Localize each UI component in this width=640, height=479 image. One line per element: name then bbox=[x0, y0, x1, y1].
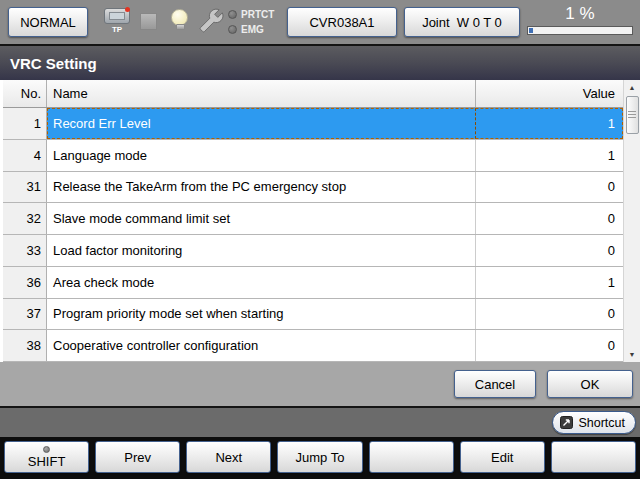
cell-value: 0 bbox=[475, 299, 623, 330]
table-row[interactable]: 33 Load factor monitoring 0 bbox=[3, 235, 623, 267]
row-cells: Slave mode command limit set 0 bbox=[47, 203, 623, 234]
table-row[interactable]: 31 Release the TakeArm from the PC emerg… bbox=[3, 172, 623, 204]
header-value: Value bbox=[475, 80, 623, 107]
header-no: No. bbox=[3, 80, 47, 107]
cell-value: 0 bbox=[475, 235, 623, 266]
cell-no: 4 bbox=[3, 140, 47, 171]
scrollbar-thumb[interactable] bbox=[626, 96, 639, 134]
shortcut-label: Shortcut bbox=[578, 416, 625, 430]
title-bar: VRC Setting bbox=[0, 46, 640, 80]
scrollbar-thumb-grip bbox=[628, 111, 636, 119]
teach-pendant-led bbox=[125, 7, 130, 12]
cell-no: 33 bbox=[3, 235, 47, 266]
function-key-empty-2[interactable] bbox=[551, 441, 636, 473]
shortcut-bar: Shortcut bbox=[0, 408, 640, 437]
emg-label: EMG bbox=[241, 24, 264, 35]
mode-button[interactable]: NORMAL bbox=[8, 7, 88, 37]
lamp-icon bbox=[171, 9, 189, 30]
cell-name: Release the TakeArm from the PC emergenc… bbox=[47, 172, 475, 203]
scroll-up-button[interactable]: ▲ bbox=[624, 80, 640, 95]
row-cells: Area check mode 1 bbox=[47, 267, 623, 298]
stop-square-icon bbox=[140, 13, 157, 30]
row-cells: Load factor monitoring 0 bbox=[47, 235, 623, 266]
table-row[interactable]: 32 Slave mode command limit set 0 bbox=[3, 203, 623, 235]
prtct-label: PRTCT bbox=[241, 9, 274, 20]
cell-value: 1 bbox=[475, 140, 623, 171]
prev-button[interactable]: Prev bbox=[95, 441, 180, 473]
function-key-bar: SHIFT Prev Next Jump To Edit bbox=[0, 437, 640, 479]
cell-name: Slave mode command limit set bbox=[47, 203, 475, 234]
row-cells: Language mode 1 bbox=[47, 140, 623, 171]
ok-button[interactable]: OK bbox=[547, 370, 633, 398]
cell-name: Language mode bbox=[47, 140, 475, 171]
scroll-down-button[interactable]: ▼ bbox=[624, 347, 640, 362]
settings-table-area: No. Name Value 1 Record Err Level 1 4 La… bbox=[0, 80, 640, 362]
cell-no: 36 bbox=[3, 267, 47, 298]
edit-button[interactable]: Edit bbox=[460, 441, 545, 473]
row-cells: Release the TakeArm from the PC emergenc… bbox=[47, 172, 623, 203]
speed-percent: 1 % bbox=[527, 4, 633, 24]
next-button[interactable]: Next bbox=[186, 441, 271, 473]
prtct-indicator: PRTCT bbox=[228, 8, 274, 21]
cell-name: Load factor monitoring bbox=[47, 235, 475, 266]
row-cells: Program priority mode set when starting … bbox=[47, 299, 623, 330]
cancel-button[interactable]: Cancel bbox=[454, 370, 536, 398]
cell-no: 31 bbox=[3, 172, 47, 203]
prtct-led-icon bbox=[228, 10, 237, 19]
row-cells: Cooperative controller configuration 0 bbox=[47, 330, 623, 361]
screen: NORMAL TP PRTCT EMG bbox=[0, 0, 640, 479]
function-key-empty-1[interactable] bbox=[369, 441, 454, 473]
shift-button[interactable]: SHIFT bbox=[4, 441, 89, 473]
cell-no: 32 bbox=[3, 203, 47, 234]
cell-name: Area check mode bbox=[47, 267, 475, 298]
teach-pendant-label: TP bbox=[102, 25, 132, 34]
speed-progress-fill bbox=[529, 28, 533, 33]
row-selection: Record Err Level 1 bbox=[47, 108, 623, 139]
table-header: No. Name Value bbox=[3, 80, 623, 108]
action-bar: Cancel OK bbox=[0, 362, 640, 408]
cell-value: 0 bbox=[475, 330, 623, 361]
coordinate-mode-button[interactable]: Joint W 0 T 0 bbox=[404, 7, 520, 37]
page-title: VRC Setting bbox=[10, 55, 97, 72]
top-status-bar: NORMAL TP PRTCT EMG bbox=[0, 0, 640, 46]
table-row[interactable]: 4 Language mode 1 bbox=[3, 140, 623, 172]
table-row[interactable]: 36 Area check mode 1 bbox=[3, 267, 623, 299]
teach-pendant-body bbox=[104, 8, 130, 24]
emg-led-icon bbox=[228, 25, 237, 34]
shift-led-icon bbox=[43, 446, 50, 453]
settings-table: No. Name Value 1 Record Err Level 1 4 La… bbox=[3, 80, 623, 362]
cell-name: Cooperative controller configuration bbox=[47, 330, 475, 361]
vertical-scrollbar[interactable]: ▲ ▼ bbox=[623, 80, 640, 362]
cell-no: 38 bbox=[3, 330, 47, 361]
cell-value: 0 bbox=[475, 172, 623, 203]
table-row[interactable]: 37 Program priority mode set when starti… bbox=[3, 299, 623, 331]
table-row[interactable]: 38 Cooperative controller configuration … bbox=[3, 330, 623, 362]
cell-name: Program priority mode set when starting bbox=[47, 299, 475, 330]
cell-value: 0 bbox=[475, 203, 623, 234]
cell-value: 1 bbox=[475, 267, 623, 298]
shift-label: SHIFT bbox=[28, 454, 66, 469]
cell-no: 1 bbox=[3, 108, 47, 139]
cell-no: 37 bbox=[3, 299, 47, 330]
program-button[interactable]: CVR038A1 bbox=[287, 7, 397, 37]
table-body: 1 Record Err Level 1 4 Language mode 1 3… bbox=[3, 108, 623, 362]
table-row[interactable]: 1 Record Err Level 1 bbox=[3, 108, 623, 140]
speed-progress-bar bbox=[527, 26, 633, 35]
cell-value: 1 bbox=[475, 108, 623, 139]
jump-to-button[interactable]: Jump To bbox=[277, 441, 362, 473]
status-indicators: PRTCT EMG bbox=[228, 8, 274, 36]
lamp-base bbox=[176, 24, 185, 30]
shortcut-arrow-icon bbox=[560, 416, 573, 429]
wrench-icon bbox=[199, 8, 225, 36]
teach-pendant-screen bbox=[109, 12, 125, 20]
teach-pendant-icon: TP bbox=[102, 8, 132, 34]
cell-name: Record Err Level bbox=[47, 108, 475, 139]
header-name: Name bbox=[47, 80, 475, 107]
emg-indicator: EMG bbox=[228, 23, 274, 36]
speed-display: 1 % bbox=[527, 0, 633, 44]
shortcut-button[interactable]: Shortcut bbox=[552, 411, 636, 434]
